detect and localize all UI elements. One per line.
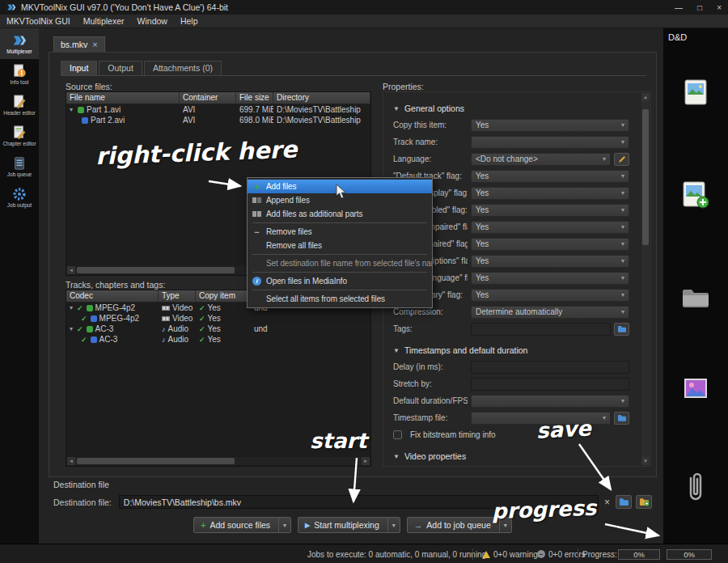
column-header[interactable]: Codec: [66, 290, 159, 302]
track-enabled-flag-select[interactable]: Yes▾: [471, 204, 629, 217]
sidebar-item-chapter-editor[interactable]: Chapter editor: [0, 121, 39, 151]
scrollbar-track[interactable]: [75, 457, 362, 465]
track-row[interactable]: ✓AC-3 ♪Audio ✓Yes: [66, 334, 370, 345]
vertical-scrollbar[interactable]: ▴ ▾: [641, 93, 650, 465]
fix-bitstream-checkbox[interactable]: [393, 430, 402, 439]
scrollbar-track[interactable]: [641, 101, 650, 457]
file-size-cell: 698.0 MiB: [236, 116, 273, 125]
menu-item-open-mediainfo[interactable]: iOpen files in MediaInfo: [248, 274, 432, 288]
copy-this-item-select[interactable]: Yes▾: [471, 119, 629, 132]
scroll-right-icon[interactable]: ▸: [362, 457, 370, 465]
start-multiplexing-button[interactable]: ▶ Start multiplexing ▾: [298, 517, 400, 533]
section-video-properties[interactable]: ▼Video properties: [393, 448, 629, 464]
menu-help[interactable]: Help: [174, 16, 205, 26]
maximize-button[interactable]: □: [697, 3, 702, 12]
image-file-icon[interactable]: [684, 78, 708, 108]
image-file-add-icon[interactable]: [682, 180, 709, 211]
default-duration-select[interactable]: ▾: [471, 395, 629, 408]
minimize-button[interactable]: —: [675, 3, 683, 12]
visual-impaired-flag-select[interactable]: Yes▾: [471, 238, 629, 251]
text-descriptions-flag-select[interactable]: Yes▾: [471, 255, 629, 268]
forced-display-flag-select[interactable]: Yes▾: [471, 187, 629, 200]
clear-destination-icon[interactable]: ×: [604, 497, 610, 508]
chevron-down-icon[interactable]: ▾: [387, 518, 400, 532]
track-row[interactable]: ▾✓AC-3 ♪Audio ✓Yes und: [66, 324, 370, 334]
column-header[interactable]: Container: [180, 92, 236, 104]
combo-value: Yes: [476, 256, 621, 265]
source-file-row[interactable]: ▾Part 1.avi AVI 699.7 MiB D:\MoviesTV\Ba…: [66, 104, 370, 115]
column-header[interactable]: Copy item: [196, 290, 251, 302]
browse-tags-button[interactable]: [614, 323, 629, 336]
scroll-left-icon[interactable]: ◂: [67, 266, 75, 274]
original-language-flag-select[interactable]: Yes▾: [471, 272, 629, 285]
photo-icon[interactable]: [684, 378, 708, 400]
tab-input[interactable]: Input: [61, 61, 97, 75]
track-row[interactable]: ✓MPEG-4p2 Video ✓Yes: [66, 313, 370, 324]
section-timestamps[interactable]: ▼Timestamps and default duration: [393, 342, 629, 358]
horizontal-scrollbar[interactable]: ◂ ▸: [67, 457, 370, 465]
edit-language-button[interactable]: [614, 153, 629, 166]
paperclip-icon[interactable]: [685, 472, 706, 506]
menu-window[interactable]: Window: [131, 16, 174, 26]
default-track-flag-select[interactable]: Yes▾: [471, 170, 629, 183]
menu-item-set-destination-name[interactable]: Set destination file name from selected …: [248, 256, 432, 270]
menubar: MKVToolNix GUI Multiplexer Window Help: [0, 15, 728, 28]
column-header[interactable]: Type: [159, 290, 196, 302]
stretch-by-label: Stretch by:: [393, 379, 468, 388]
folder-icon[interactable]: [681, 286, 710, 311]
sidebar-item-label: Chapter editor: [2, 141, 36, 146]
scrollbar-thumb[interactable]: [77, 458, 235, 464]
file-tab-label: bs.mkv: [61, 40, 87, 49]
scrollbar-thumb[interactable]: [642, 109, 649, 245]
column-header[interactable]: Directory: [273, 92, 370, 104]
source-file-row[interactable]: Part 2.avi AVI 698.0 MiB D:\MoviesTV\Bat…: [66, 115, 370, 125]
delay-input[interactable]: [471, 361, 629, 374]
menu-mkvtoolnix-gui[interactable]: MKVToolNix GUI: [0, 16, 77, 26]
menu-item-label: Set destination file name from selected …: [266, 259, 432, 268]
menu-item-add-files-additional-parts[interactable]: Add files as additional parts: [248, 207, 432, 221]
chevron-down-icon[interactable]: ▾: [278, 518, 290, 532]
append-files-icon: [252, 196, 262, 205]
sidebar-item-multiplexer[interactable]: Multiplexer: [0, 28, 39, 59]
destination-file-label: Destination file:: [53, 497, 112, 507]
stretch-by-input[interactable]: [471, 378, 629, 391]
expander-icon[interactable]: ▾: [70, 106, 77, 113]
scroll-left-icon[interactable]: ◂: [67, 457, 75, 465]
expander-icon[interactable]: ▾: [70, 325, 77, 332]
column-header[interactable]: File size: [236, 92, 273, 104]
compression-select[interactable]: Determine automatically▾: [471, 306, 629, 319]
tab-close-icon[interactable]: ×: [92, 40, 97, 49]
button-label: Add to job queue: [426, 520, 490, 530]
scroll-down-icon[interactable]: ▾: [641, 457, 650, 465]
delay-label: Delay (in ms):: [393, 362, 468, 371]
section-general-options[interactable]: ▼General options: [393, 100, 629, 116]
hearing-impaired-flag-select[interactable]: Yes▾: [471, 221, 629, 234]
sidebar-item-info-tool[interactable]: Info tool: [0, 59, 39, 90]
menu-item-remove-files[interactable]: −Remove files: [248, 225, 432, 239]
browse-timestamp-file-button[interactable]: [614, 412, 629, 425]
commentary-flag-select[interactable]: Yes▾: [471, 289, 629, 302]
menu-item-select-all-items[interactable]: Select all items from selected files: [248, 292, 432, 306]
browse-destination-button[interactable]: [616, 495, 632, 509]
tab-attachments[interactable]: Attachments (0): [144, 61, 222, 75]
file-tab[interactable]: bs.mkv ×: [53, 36, 105, 52]
scrollbar-thumb[interactable]: [77, 267, 235, 273]
add-source-files-button[interactable]: + Add source files ▾: [193, 517, 291, 533]
tags-input[interactable]: [471, 323, 611, 336]
sidebar-item-job-output[interactable]: Job output: [0, 182, 39, 213]
sidebar-item-job-queue[interactable]: Job queue: [0, 151, 39, 182]
destination-folder-add-button[interactable]: [636, 495, 652, 509]
sidebar-item-header-editor[interactable]: Header editor: [0, 90, 39, 121]
section-title: General options: [404, 104, 464, 113]
close-button[interactable]: ×: [717, 3, 722, 12]
scroll-up-icon[interactable]: ▴: [641, 93, 650, 101]
tab-output[interactable]: Output: [99, 61, 142, 75]
track-name-select[interactable]: ▾: [471, 136, 629, 149]
collapse-icon: ▼: [393, 453, 400, 460]
menu-multiplexer[interactable]: Multiplexer: [77, 16, 131, 26]
language-select[interactable]: <Do not change>▾: [471, 153, 611, 166]
expander-icon[interactable]: ▾: [70, 304, 77, 311]
menu-item-remove-all-files[interactable]: Remove all files: [248, 239, 432, 252]
column-header[interactable]: File name: [66, 92, 180, 104]
statusbar-separator: [578, 548, 578, 560]
